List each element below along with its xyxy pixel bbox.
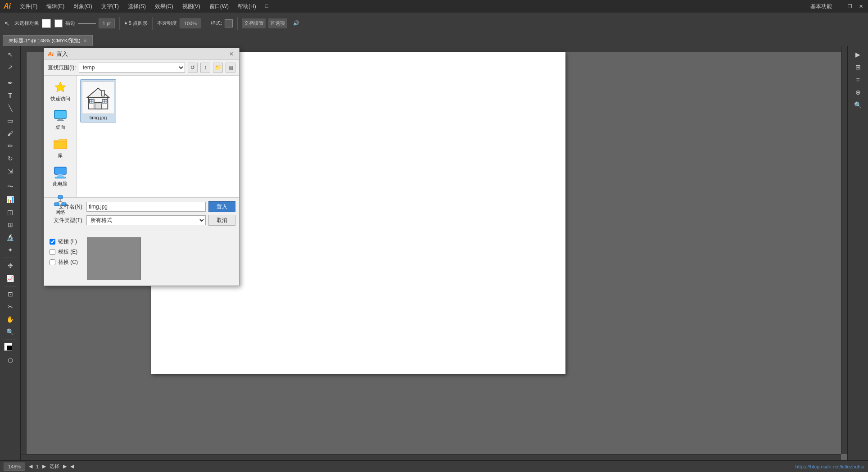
svg-rect-3 (57, 120, 64, 121)
svg-rect-16 (95, 103, 101, 109)
dialog-title-text: 置入 (56, 50, 68, 58)
desktop-icon (53, 109, 68, 123)
svg-rect-8 (58, 195, 63, 199)
dialog-ai-icon: Ai (48, 50, 54, 57)
link-label[interactable]: 链接 (L) (58, 238, 77, 245)
dialog-title-bar[interactable]: Ai 置入 ✕ (44, 48, 239, 60)
dialog-up-button[interactable]: ↑ (200, 63, 210, 73)
dialog-refresh-button[interactable]: ↺ (188, 63, 198, 73)
preview-box (87, 237, 141, 280)
quick-access-label: 快速访问 (50, 95, 70, 102)
dialog-location-label: 查找范围(I): (48, 64, 76, 72)
link-checkbox[interactable] (50, 239, 55, 245)
svg-rect-6 (57, 176, 64, 177)
file-name-label: 文件名(N): (48, 203, 84, 211)
svg-rect-2 (58, 118, 63, 120)
quick-access-icon (53, 80, 68, 95)
dialog-close-button[interactable]: ✕ (227, 50, 235, 58)
file-thumbnail-timg (82, 82, 114, 114)
file-name-timg: timg.jpg (90, 115, 107, 120)
file-type-select[interactable]: 所有格式 (86, 215, 206, 225)
sidebar-desktop[interactable]: 桌面 (46, 107, 75, 132)
dialog-preview-area (83, 234, 145, 284)
file-type-label: 文件类型(T): (48, 217, 84, 224)
dialog-body: 快速访问 桌面 (44, 76, 239, 197)
svg-rect-5 (58, 174, 63, 176)
sidebar-library[interactable]: 库 (46, 135, 75, 161)
dialog-options-preview: 链接 (L) 模板 (E) 替换 (C) (44, 232, 239, 286)
dialog-title-content: Ai 置入 (48, 50, 68, 58)
desktop-label: 桌面 (55, 124, 65, 131)
dialog-new-folder-button[interactable]: 📁 (213, 63, 223, 73)
dialog-location-select[interactable]: temp (79, 63, 185, 73)
dialog-sidebar: 快速访问 桌面 (44, 76, 77, 197)
dialog-view-button[interactable]: ▦ (226, 63, 235, 73)
svg-marker-15 (87, 88, 109, 98)
svg-marker-0 (55, 82, 66, 92)
sidebar-quick-access[interactable]: 快速访问 (46, 78, 75, 104)
template-checkbox[interactable] (50, 249, 55, 255)
file-name-input[interactable] (86, 202, 206, 212)
link-option-row: 链接 (L) (50, 238, 78, 245)
dialog-options: 链接 (L) 模板 (E) 替换 (C) (44, 234, 83, 270)
replace-label[interactable]: 替换 (C) (58, 259, 78, 266)
dialog-overlay: Ai 置入 ✕ 查找范围(I): temp ↺ ↑ 📁 ▦ (0, 0, 868, 472)
place-button[interactable]: 置入 (208, 201, 235, 212)
file-item-timg[interactable]: timg.jpg (80, 79, 116, 123)
svg-rect-1 (54, 110, 66, 118)
svg-rect-4 (54, 167, 66, 174)
dialog-toolbar: 查找范围(I): temp ↺ ↑ 📁 ▦ (44, 60, 239, 76)
dialog-file-area[interactable]: timg.jpg (77, 76, 239, 197)
library-icon (53, 137, 68, 151)
template-option-row: 模板 (E) (50, 248, 78, 256)
sidebar-this-pc[interactable]: 此电脑 (46, 163, 75, 189)
replace-checkbox[interactable] (50, 259, 55, 265)
place-dialog: Ai 置入 ✕ 查找范围(I): temp ↺ ↑ 📁 ▦ (44, 48, 240, 286)
svg-rect-23 (101, 91, 104, 96)
this-pc-label: 此电脑 (53, 181, 68, 187)
file-type-row: 文件类型(T): 所有格式 取消 (48, 215, 235, 226)
this-pc-icon (53, 165, 68, 180)
svg-rect-7 (55, 177, 66, 178)
replace-option-row: 替换 (C) (50, 259, 78, 266)
file-name-row: 文件名(N): 置入 (48, 201, 235, 212)
template-label[interactable]: 模板 (E) (58, 248, 77, 256)
cancel-button[interactable]: 取消 (208, 215, 235, 226)
library-label: 库 (58, 152, 63, 159)
